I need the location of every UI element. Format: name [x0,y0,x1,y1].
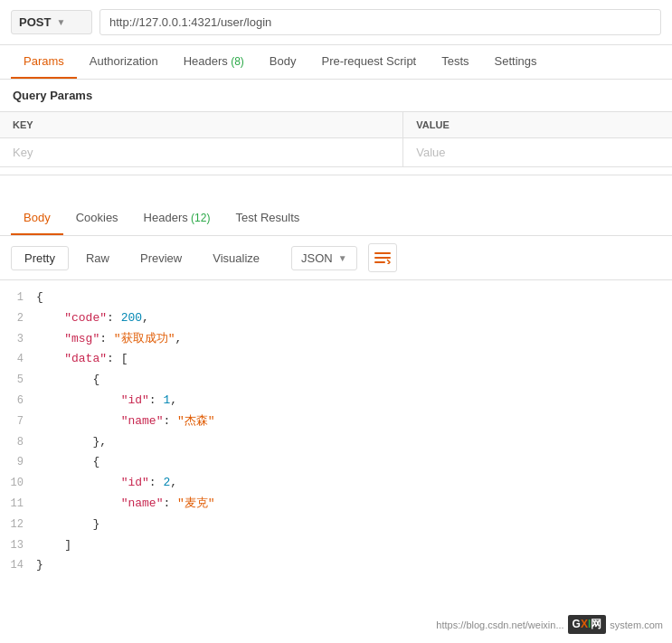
url-bar: POST ▼ [0,0,672,45]
section-divider [0,175,672,202]
json-line: 3 "msg": "获取成功", [0,329,672,350]
line-number: 7 [0,413,36,430]
format-dropdown-value: JSON [301,251,333,265]
line-number: 2 [0,310,36,327]
request-tab-authorization[interactable]: Authorization [77,45,171,79]
json-line: 6 "id": 1, [0,391,672,411]
line-content: { [36,371,672,390]
format-btn-raw[interactable]: Raw [72,246,123,270]
watermark-url: https://blog.csdn.net/weixin... [436,619,563,630]
json-line: 11 "name": "麦克" [0,494,672,515]
line-number: 11 [0,496,36,513]
json-line: 8 }, [0,432,672,453]
json-body: 1{2 "code": 200,3 "msg": "获取成功",4 "data"… [0,280,672,583]
request-tab-tests[interactable]: Tests [429,45,481,79]
line-number: 5 [0,372,36,389]
line-number: 12 [0,516,36,534]
dropdown-chevron: ▼ [338,253,347,263]
line-content: ] [36,536,672,555]
format-btn-visualize[interactable]: Visualize [199,246,273,270]
line-content: }, [36,433,672,452]
format-dropdown[interactable]: JSON▼ [291,246,357,270]
line-number: 1 [0,289,36,307]
col-header-key: KEY [0,112,403,138]
line-content: "id": 1, [36,392,672,411]
watermark-logo: GXI网 [568,615,607,634]
response-tab-body[interactable]: Body [11,202,63,235]
col-header-value: VALUE [403,112,672,138]
request-tab-settings[interactable]: Settings [482,45,550,79]
json-line: 14} [0,555,672,576]
line-number: 8 [0,434,36,451]
request-tab-body[interactable]: Body [257,45,309,79]
request-tab-headers[interactable]: Headers (8) [171,45,257,79]
json-line: 1{ [0,288,672,308]
line-number: 10 [0,475,36,492]
response-tab-testresults[interactable]: Test Results [222,202,312,235]
table-row: Key Value [0,138,672,167]
line-content: { [36,288,672,307]
line-number: 4 [0,351,36,368]
json-line: 2 "code": 200, [0,308,672,329]
json-line: 9 { [0,452,672,473]
response-tab-headers[interactable]: Headers (12) [131,202,223,235]
method-label: POST [19,15,51,29]
response-tab-cookies[interactable]: Cookies [63,202,131,235]
line-number: 9 [0,454,36,471]
line-number: 13 [0,537,36,554]
line-content: } [36,556,672,575]
json-line: 7 "name": "杰森" [0,411,672,432]
wrap-icon-button[interactable] [368,243,397,272]
json-line: 12 } [0,515,672,535]
watermark-subtext: system.com [610,619,663,630]
line-content: { [36,453,672,472]
value-cell: Value [403,138,672,167]
svg-rect-1 [374,257,391,259]
request-tab-params[interactable]: Params [11,45,77,79]
line-content: "data": [ [36,350,672,369]
json-line: 10 "id": 2, [0,473,672,494]
params-table: KEY VALUE Key Value [0,111,672,167]
line-content: "name": "麦克" [36,495,672,514]
line-content: } [36,515,672,534]
json-line: 4 "data": [ [0,349,672,370]
method-select[interactable]: POST ▼ [11,10,92,34]
line-content: "code": 200, [36,309,672,328]
request-tab-prerequest[interactable]: Pre-request Script [308,45,429,79]
query-params-title: Query Params [13,89,92,102]
format-btn-preview[interactable]: Preview [127,246,195,270]
response-tabs: BodyCookiesHeaders (12)Test Results [0,202,672,236]
line-content: "name": "杰森" [36,412,672,431]
line-number: 6 [0,392,36,410]
format-btn-pretty[interactable]: Pretty [11,246,69,270]
svg-rect-2 [374,261,385,263]
request-tabs: ParamsAuthorizationHeaders (8)BodyPre-re… [0,45,672,80]
line-number: 14 [0,557,36,574]
json-line: 5 { [0,370,672,391]
line-content: "msg": "获取成功", [36,330,672,349]
svg-rect-0 [374,252,391,254]
query-params-header: Query Params [0,80,672,111]
key-cell: Key [0,138,403,167]
json-line: 13 ] [0,535,672,556]
method-chevron: ▼ [56,17,65,27]
url-input[interactable] [99,9,661,35]
format-bar: PrettyRawPreviewVisualizeJSON▼ [0,236,672,280]
line-number: 3 [0,331,36,348]
watermark: https://blog.csdn.net/weixin... GXI网 sys… [436,615,663,634]
line-content: "id": 2, [36,474,672,493]
